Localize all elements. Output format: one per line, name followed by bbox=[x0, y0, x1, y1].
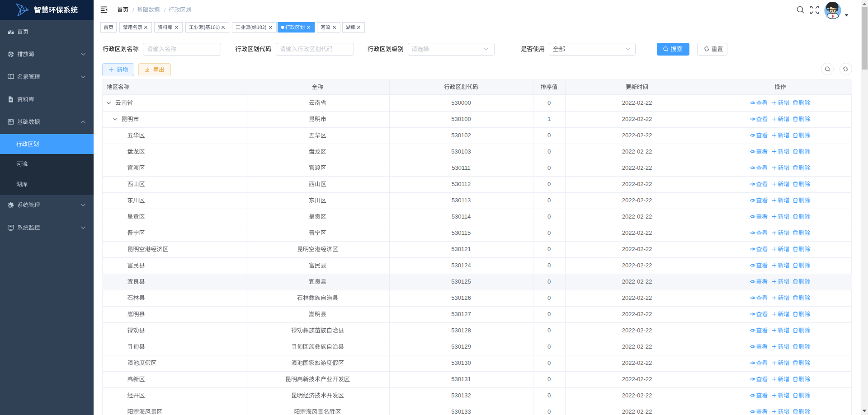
svg-text:2022-02-22: 2022-02-22 bbox=[622, 246, 652, 252]
svg-text:2022-02-22: 2022-02-22 bbox=[622, 164, 652, 171]
svg-text:2022-02-22: 2022-02-22 bbox=[622, 343, 652, 350]
svg-text:2022-02-22: 2022-02-22 bbox=[622, 229, 652, 236]
svg-text:0: 0 bbox=[547, 262, 551, 269]
svg-text:2022-02-22: 2022-02-22 bbox=[622, 132, 652, 139]
svg-text:530112: 530112 bbox=[452, 181, 471, 187]
svg-text:2022-02-22: 2022-02-22 bbox=[622, 116, 652, 122]
svg-text:0: 0 bbox=[547, 197, 551, 204]
svg-text:2022-02-22: 2022-02-22 bbox=[622, 408, 652, 415]
svg-text:0: 0 bbox=[547, 311, 551, 317]
svg-text:0: 0 bbox=[547, 278, 551, 285]
svg-text:0: 0 bbox=[547, 99, 551, 106]
svg-text:530114: 530114 bbox=[452, 213, 471, 220]
svg-text:2022-02-22: 2022-02-22 bbox=[622, 392, 652, 399]
svg-text:0: 0 bbox=[547, 359, 551, 366]
svg-text:0: 0 bbox=[547, 246, 551, 252]
svg-text:530127: 530127 bbox=[451, 311, 471, 317]
svg-text:530130: 530130 bbox=[451, 359, 471, 366]
svg-text:0: 0 bbox=[547, 376, 551, 382]
svg-text:0: 0 bbox=[547, 343, 551, 350]
svg-text:2022-02-22: 2022-02-22 bbox=[622, 278, 652, 285]
svg-text:/: / bbox=[164, 7, 166, 13]
svg-text:530121: 530121 bbox=[451, 246, 471, 252]
svg-text:530128: 530128 bbox=[451, 327, 471, 334]
svg-text:2022-02-22: 2022-02-22 bbox=[622, 311, 652, 317]
svg-text:530103: 530103 bbox=[451, 148, 471, 155]
svg-text:0: 0 bbox=[547, 148, 551, 155]
svg-text:0: 0 bbox=[547, 294, 551, 301]
svg-text:530125: 530125 bbox=[451, 278, 471, 285]
svg-text:530132: 530132 bbox=[451, 392, 471, 399]
svg-text:2022-02-22: 2022-02-22 bbox=[622, 197, 652, 204]
svg-text:2022-02-22: 2022-02-22 bbox=[622, 376, 652, 382]
svg-text:2022-02-22: 2022-02-22 bbox=[622, 294, 652, 301]
svg-text:530133: 530133 bbox=[451, 408, 471, 415]
svg-text:0: 0 bbox=[547, 229, 551, 236]
svg-text:0: 0 bbox=[547, 164, 551, 171]
svg-text:/: / bbox=[132, 7, 134, 13]
svg-text:530100: 530100 bbox=[451, 116, 471, 122]
svg-text:530000: 530000 bbox=[451, 99, 471, 106]
svg-text:530111: 530111 bbox=[452, 164, 470, 171]
svg-text:530124: 530124 bbox=[451, 262, 471, 269]
svg-text:2022-02-22: 2022-02-22 bbox=[622, 99, 652, 106]
svg-text:0: 0 bbox=[547, 181, 551, 187]
svg-text:2022-02-22: 2022-02-22 bbox=[622, 213, 652, 220]
svg-text:0: 0 bbox=[547, 213, 551, 220]
svg-text:530102: 530102 bbox=[451, 132, 471, 139]
svg-text:2022-02-22: 2022-02-22 bbox=[622, 359, 652, 366]
svg-text:530131: 530131 bbox=[451, 376, 471, 382]
svg-text:0: 0 bbox=[547, 408, 551, 415]
svg-text:2022-02-22: 2022-02-22 bbox=[622, 262, 652, 269]
svg-text:2022-02-22: 2022-02-22 bbox=[622, 148, 652, 155]
svg-text:530115: 530115 bbox=[452, 229, 471, 236]
svg-text:530113: 530113 bbox=[452, 197, 471, 204]
svg-text:0: 0 bbox=[547, 327, 551, 334]
svg-text:0: 0 bbox=[547, 132, 551, 139]
svg-text:1: 1 bbox=[547, 116, 551, 122]
svg-text:530129: 530129 bbox=[451, 343, 471, 350]
svg-text:2022-02-22: 2022-02-22 bbox=[622, 327, 652, 334]
svg-text:530126: 530126 bbox=[451, 294, 471, 301]
svg-text:0: 0 bbox=[547, 392, 551, 399]
svg-text:2022-02-22: 2022-02-22 bbox=[622, 181, 652, 187]
